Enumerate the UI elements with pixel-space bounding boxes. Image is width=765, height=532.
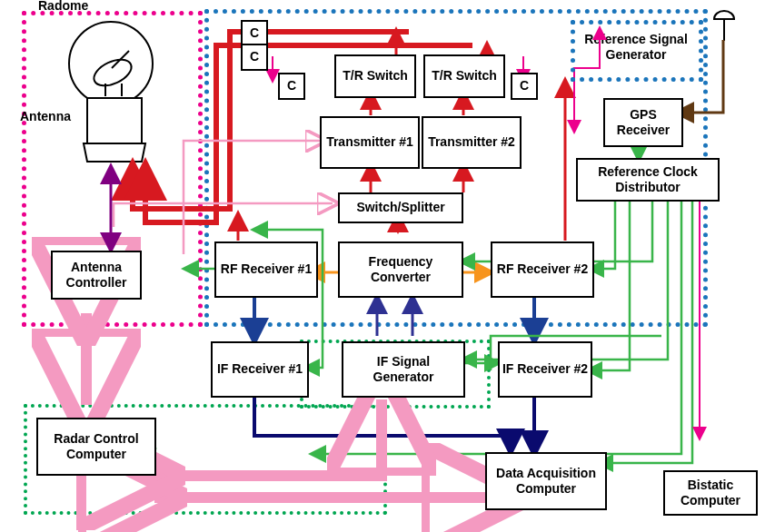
rf-receiver-1: RF Receiver #1 [214,241,318,298]
c-box-3: C [278,73,305,100]
switch-splitter: Switch/Splitter [338,192,463,223]
transmitter-1: Transmitter #1 [320,116,420,169]
transmitter-2: Transmitter #2 [422,116,522,169]
if-receiver-2: IF Receiver #2 [498,341,592,398]
if-receiver-1: IF Receiver #1 [211,341,309,398]
antenna-controller: Antenna Controller [51,251,142,300]
radar-control-computer: Radar Control Computer [36,418,156,476]
reference-clock-distributor: Reference Clock Distributor [576,158,720,202]
rf-receiver-2: RF Receiver #2 [491,241,594,298]
bistatic-computer: Bistatic Computer [663,470,758,516]
c-box-2: C [241,44,268,71]
tr-switch-2: T/R Switch [423,54,505,98]
gps-receiver: GPS Receiver [603,98,683,147]
tr-switch-1: T/R Switch [334,54,416,98]
ref-sig-gen-region [571,20,703,82]
c-box-4: C [511,73,538,100]
data-acquisition-computer: Data Acquisition Computer [485,452,607,510]
frequency-converter: Frequency Converter [338,241,463,298]
if-signal-generator: IF Signal Generator [342,341,465,398]
